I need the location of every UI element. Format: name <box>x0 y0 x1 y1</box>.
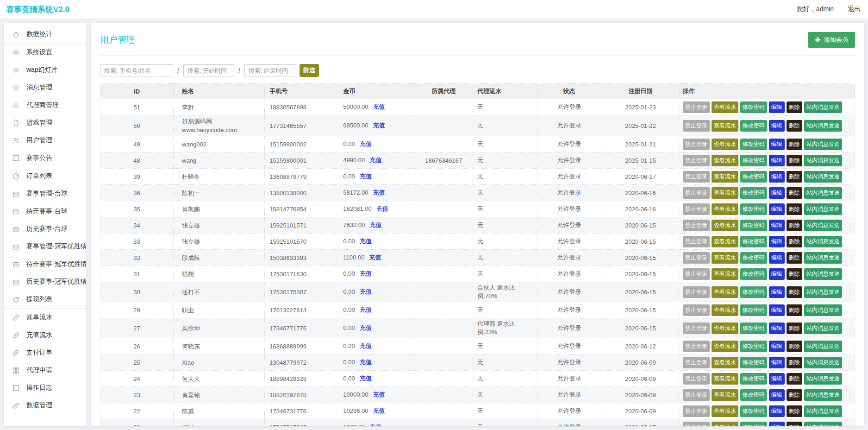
recharge-link[interactable]: 充值 <box>369 254 381 261</box>
search-end-time-input[interactable] <box>244 64 295 76</box>
delete-button[interactable]: 删除 <box>787 322 802 334</box>
delete-button[interactable]: 删除 <box>787 187 802 199</box>
change-password-button[interactable]: 修改密码 <box>740 187 767 199</box>
sidebar-item-withdrawal-list[interactable]: 提现列表 <box>4 291 86 308</box>
ban-login-button[interactable]: 禁止登录 <box>683 341 710 352</box>
change-password-button[interactable]: 修改密码 <box>740 304 767 316</box>
ban-login-button[interactable]: 禁止登录 <box>683 252 710 264</box>
recharge-link[interactable]: 充值 <box>360 359 372 366</box>
filter-button[interactable]: 筛选 <box>300 64 319 77</box>
send-message-button[interactable]: 站内消息发送 <box>804 304 842 316</box>
view-flow-button[interactable]: 查看流水 <box>712 101 738 113</box>
view-flow-button[interactable]: 查看流水 <box>712 268 738 280</box>
sidebar-item-message-management[interactable]: 消息管理 <box>4 79 86 96</box>
ban-login-button[interactable]: 禁止登录 <box>683 357 710 368</box>
view-flow-button[interactable]: 查看流水 <box>712 120 738 132</box>
ban-login-button[interactable]: 禁止登录 <box>683 322 710 334</box>
edit-button[interactable]: 编辑 <box>769 236 785 247</box>
recharge-link[interactable]: 充值 <box>369 157 381 164</box>
delete-button[interactable]: 删除 <box>787 286 802 298</box>
ban-login-button[interactable]: 禁止登录 <box>683 155 710 166</box>
ban-login-button[interactable]: 禁止登录 <box>683 405 710 417</box>
sidebar-item-history-matches-champion[interactable]: 历史赛事-冠军优胜猜 <box>4 273 86 291</box>
change-password-button[interactable]: 修改密码 <box>740 236 767 247</box>
send-message-button[interactable]: 站内消息发送 <box>804 268 842 280</box>
edit-button[interactable]: 编辑 <box>769 203 785 215</box>
recharge-link[interactable]: 充值 <box>360 324 372 331</box>
change-password-button[interactable]: 修改密码 <box>740 252 767 264</box>
send-message-button[interactable]: 站内消息发送 <box>804 155 842 166</box>
change-password-button[interactable]: 修改密码 <box>740 203 767 215</box>
change-password-button[interactable]: 修改密码 <box>740 389 767 401</box>
delete-button[interactable]: 删除 <box>787 171 802 183</box>
send-message-button[interactable]: 站内消息发送 <box>804 220 842 231</box>
recharge-link[interactable]: 充值 <box>373 391 385 398</box>
change-password-button[interactable]: 修改密码 <box>740 101 767 113</box>
view-flow-button[interactable]: 查看流水 <box>712 236 738 247</box>
recharge-link[interactable]: 充值 <box>373 103 385 110</box>
recharge-link[interactable]: 充值 <box>360 173 372 180</box>
sidebar-item-system-settings[interactable]: 系统设置 <box>4 44 86 61</box>
ban-login-button[interactable]: 禁止登录 <box>683 304 710 316</box>
ban-login-button[interactable]: 禁止登录 <box>683 286 710 298</box>
send-message-button[interactable]: 站内消息发送 <box>804 171 842 183</box>
view-flow-button[interactable]: 查看流水 <box>712 187 738 199</box>
send-message-button[interactable]: 站内消息发送 <box>804 357 842 368</box>
sidebar-item-history-matches-billiards[interactable]: 历史赛事-台球 <box>4 220 86 238</box>
edit-button[interactable]: 编辑 <box>769 286 785 298</box>
view-flow-button[interactable]: 查看流水 <box>712 220 738 231</box>
edit-button[interactable]: 编辑 <box>769 220 785 231</box>
ban-login-button[interactable]: 禁止登录 <box>683 203 710 215</box>
delete-button[interactable]: 删除 <box>787 120 802 132</box>
recharge-link[interactable]: 充值 <box>360 140 372 147</box>
change-password-button[interactable]: 修改密码 <box>740 357 767 368</box>
recharge-link[interactable]: 充值 <box>376 205 388 212</box>
ban-login-button[interactable]: 禁止登录 <box>683 171 710 183</box>
edit-button[interactable]: 编辑 <box>769 101 785 113</box>
add-member-button[interactable]: ✚ 添加会员 <box>808 32 855 48</box>
change-password-button[interactable]: 修改密码 <box>740 171 767 183</box>
delete-button[interactable]: 删除 <box>787 236 802 247</box>
delete-button[interactable]: 删除 <box>787 341 802 352</box>
search-start-time-input[interactable] <box>183 64 234 76</box>
send-message-button[interactable]: 站内消息发送 <box>804 139 842 150</box>
change-password-button[interactable]: 修改密码 <box>740 422 767 427</box>
sidebar-item-upcoming-matches-billiards[interactable]: 待开赛事-台球 <box>4 202 86 220</box>
delete-button[interactable]: 删除 <box>787 422 802 427</box>
recharge-link[interactable]: 充值 <box>373 189 385 196</box>
delete-button[interactable]: 删除 <box>787 304 802 316</box>
change-password-button[interactable]: 修改密码 <box>740 220 767 231</box>
edit-button[interactable]: 编辑 <box>769 120 785 132</box>
delete-button[interactable]: 删除 <box>787 220 802 231</box>
recharge-link[interactable]: 充值 <box>373 407 385 414</box>
change-password-button[interactable]: 修改密码 <box>740 120 767 132</box>
sidebar-item-data-stats[interactable]: 数据统计 <box>4 25 86 43</box>
send-message-button[interactable]: 站内消息发送 <box>804 286 842 298</box>
edit-button[interactable]: 编辑 <box>769 405 785 417</box>
view-flow-button[interactable]: 查看流水 <box>712 405 738 417</box>
view-flow-button[interactable]: 查看流水 <box>712 139 738 150</box>
edit-button[interactable]: 编辑 <box>769 252 785 264</box>
change-password-button[interactable]: 修改密码 <box>740 405 767 417</box>
change-password-button[interactable]: 修改密码 <box>740 322 767 334</box>
view-flow-button[interactable]: 查看流水 <box>712 389 738 401</box>
change-password-button[interactable]: 修改密码 <box>740 286 767 298</box>
edit-button[interactable]: 编辑 <box>769 373 785 385</box>
ban-login-button[interactable]: 禁止登录 <box>683 220 710 231</box>
edit-button[interactable]: 编辑 <box>769 341 785 352</box>
sidebar-item-match-announcement[interactable]: 赛事公告 <box>4 149 86 167</box>
sidebar-item-game-management[interactable]: 游戏管理 <box>4 114 86 132</box>
sidebar-item-agent-management[interactable]: 代理商管理 <box>4 96 86 114</box>
delete-button[interactable]: 删除 <box>787 405 802 417</box>
recharge-link[interactable]: 充值 <box>360 375 372 382</box>
sidebar-item-bill-flow[interactable]: 账单流水 <box>4 309 86 326</box>
search-keyword-input[interactable] <box>100 64 173 76</box>
send-message-button[interactable]: 站内消息发送 <box>804 120 842 132</box>
edit-button[interactable]: 编辑 <box>769 422 785 427</box>
delete-button[interactable]: 删除 <box>787 155 802 166</box>
send-message-button[interactable]: 站内消息发送 <box>804 101 842 113</box>
edit-button[interactable]: 编辑 <box>769 171 785 183</box>
edit-button[interactable]: 编辑 <box>769 322 785 334</box>
recharge-link[interactable]: 充值 <box>360 306 372 313</box>
change-password-button[interactable]: 修改密码 <box>740 373 767 385</box>
